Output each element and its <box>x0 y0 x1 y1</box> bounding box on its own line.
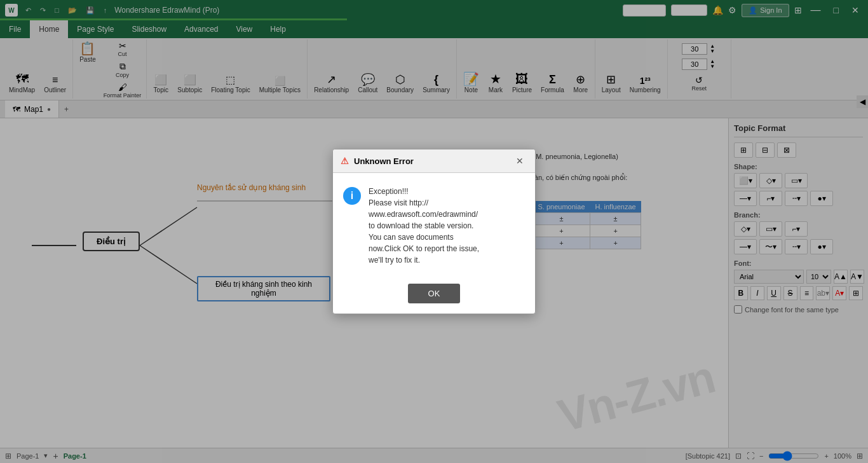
dialog-title-text: Unknown Error <box>354 156 414 166</box>
message-line-6: now.Click OK to report the issue, <box>369 243 479 254</box>
message-line-4: to download the stable version. <box>369 220 479 232</box>
dialog-overlay: ⚠ Unknown Error ✕ i Exception!!! Please … <box>0 0 868 463</box>
message-line-2: Please visit http:// <box>369 197 479 209</box>
dialog-info-icon: i <box>343 187 361 205</box>
message-line-5: You can save documents <box>369 232 479 243</box>
dialog-titlebar: ⚠ Unknown Error ✕ <box>333 149 535 173</box>
dialog-warning-icon: ⚠ <box>341 156 349 166</box>
dialog-body: i Exception!!! Please visit http:// www.… <box>333 173 535 279</box>
dialog-message: Exception!!! Please visit http:// www.ed… <box>369 186 479 266</box>
error-dialog: ⚠ Unknown Error ✕ i Exception!!! Please … <box>332 149 536 314</box>
message-line-3: www.edrawsoft.com/edrawmind/ <box>369 209 479 220</box>
message-line-1: Exception!!! <box>369 186 479 197</box>
dialog-title: ⚠ Unknown Error <box>341 156 414 166</box>
dialog-ok-button[interactable]: OK <box>408 284 461 303</box>
dialog-footer: OK <box>333 279 535 314</box>
message-line-7: we'll try to fix it. <box>369 254 479 266</box>
dialog-close-btn[interactable]: ✕ <box>512 155 527 167</box>
